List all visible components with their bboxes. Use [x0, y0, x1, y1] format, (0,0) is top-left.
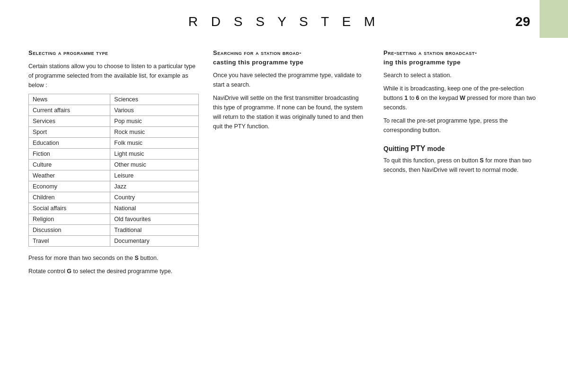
left-footer-2: Rotate control G to select the desired p… — [28, 267, 199, 276]
programme-table: NewsSciencesCurrent affairsVariousServic… — [28, 94, 199, 247]
middle-heading-line1: Searching for a station broad- — [213, 49, 302, 56]
table-row: DiscussionTraditional — [29, 224, 199, 235]
quitting-body: To quit this function, press on button S… — [383, 156, 540, 175]
right-para1: Search to select a station. — [383, 71, 540, 80]
quitting-pty: PTY — [411, 144, 426, 152]
table-cell: Current affairs — [29, 105, 110, 116]
left-section-title: Selecting a programme type — [28, 48, 199, 58]
table-cell: Jazz — [110, 181, 199, 192]
table-row: TravelDocumentary — [29, 235, 199, 246]
middle-para2: NaviDrive will settle on the first trans… — [213, 93, 369, 131]
table-cell: Documentary — [110, 235, 199, 246]
table-cell: Religion — [29, 214, 110, 224]
table-cell: Folk music — [110, 137, 199, 148]
table-row: EconomyJazz — [29, 181, 199, 192]
right-para2: While it is broadcasting, keep one of th… — [383, 84, 540, 112]
page-header: R D S S Y S T E M 29 — [0, 0, 568, 39]
right-bold-2: 6 — [416, 95, 419, 101]
middle-column: Searching for a station broad- casting t… — [213, 48, 369, 280]
table-cell: Economy — [29, 181, 110, 192]
table-cell: Children — [29, 192, 110, 203]
footer-bold-s: S — [134, 255, 138, 261]
right-heading-line2: ing this programme type — [383, 59, 461, 66]
left-heading: Selecting a programme type — [28, 49, 108, 56]
right-text-to: to — [408, 95, 416, 101]
footer-text-1b: button. — [139, 255, 159, 261]
table-row: CultureOther music — [29, 159, 199, 170]
table-cell: Weather — [29, 170, 110, 181]
table-row: ReligionOld favourites — [29, 214, 199, 224]
table-row: NewsSciences — [29, 94, 199, 105]
table-row: FictionLight music — [29, 148, 199, 159]
table-cell: Pop music — [110, 116, 199, 126]
table-cell: Traditional — [110, 224, 199, 235]
right-para3: To recall the pre-set programme type, pr… — [383, 116, 540, 135]
footer-bold-g: G — [67, 268, 71, 275]
table-cell: Leisure — [110, 170, 199, 181]
quitting-label-mode: mode — [426, 145, 445, 152]
table-cell: Services — [29, 116, 110, 126]
table-cell: Other music — [110, 159, 199, 170]
table-cell: Sciences — [110, 94, 199, 105]
table-cell: Education — [29, 137, 110, 148]
table-row: WeatherLeisure — [29, 170, 199, 181]
right-text-on: on the keypad — [419, 95, 460, 101]
content-area: Selecting a programme type Certain stati… — [0, 39, 568, 289]
table-row: EducationFolk music — [29, 137, 199, 148]
left-intro: Certain stations allow you to choose to … — [28, 62, 199, 90]
middle-para1: Once you have selected the programme typ… — [213, 71, 369, 89]
footer-text-2: Rotate control — [28, 268, 67, 275]
table-cell: Fiction — [29, 148, 110, 159]
table-cell: Culture — [29, 159, 110, 170]
table-cell: Social affairs — [29, 203, 110, 214]
right-column: Pre-setting a station broadcast- ing thi… — [383, 48, 540, 280]
middle-section-title: Searching for a station broad- casting t… — [213, 48, 369, 67]
right-heading-line1: Pre-setting a station broadcast- — [383, 49, 477, 56]
left-footer-1: Press for more than two seconds on the S… — [28, 253, 199, 263]
table-row: Current affairsVarious — [29, 105, 199, 116]
table-cell: News — [29, 94, 110, 105]
page-number: 29 — [515, 14, 530, 29]
left-column: Selecting a programme type Certain stati… — [28, 48, 199, 280]
table-cell: Light music — [110, 148, 199, 159]
table-cell: Country — [110, 192, 199, 203]
quitting-bold-s: S — [480, 157, 484, 164]
quitting-text-1: To quit this function, press on button — [383, 157, 480, 164]
quitting-label-quitting: Quitting — [383, 145, 411, 152]
middle-heading-line2: casting this programme type — [213, 59, 303, 66]
right-bold-3: W — [460, 95, 465, 101]
table-row: ChildrenCountry — [29, 192, 199, 203]
quitting-title: Quitting PTY mode — [383, 144, 540, 153]
footer-text-2b: to select the desired programme type. — [71, 268, 172, 275]
table-cell: Various — [110, 105, 199, 116]
page-container: R D S S Y S T E M 29 Selecting a program… — [0, 0, 568, 392]
table-row: SportRock music — [29, 126, 199, 137]
table-cell: Sport — [29, 126, 110, 137]
table-cell: National — [110, 203, 199, 214]
table-row: Social affairsNational — [29, 203, 199, 214]
right-section-title: Pre-setting a station broadcast- ing thi… — [383, 48, 540, 67]
table-cell: Old favourites — [110, 214, 199, 224]
page-title: R D S S Y S T E M — [188, 14, 380, 29]
table-cell: Rock music — [110, 126, 199, 137]
table-cell: Discussion — [29, 224, 110, 235]
table-cell: Travel — [29, 235, 110, 246]
footer-text-1: Press for more than two seconds on the — [28, 255, 134, 261]
table-row: ServicesPop music — [29, 116, 199, 126]
